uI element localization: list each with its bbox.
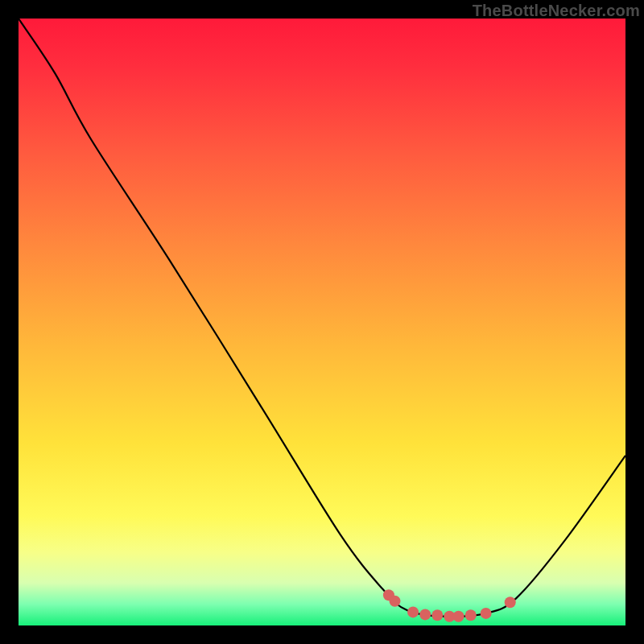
marker-dot <box>419 609 431 620</box>
optimal-range-markers <box>19 19 625 625</box>
marker-dot <box>453 611 464 622</box>
marker-dot <box>390 596 401 607</box>
marker-dot <box>505 597 516 608</box>
marker-dot <box>481 608 492 619</box>
marker-dot <box>465 609 477 621</box>
marker-dot <box>431 609 443 621</box>
watermark-text: TheBottleNecker.com <box>473 2 640 20</box>
marker-dot <box>407 606 419 617</box>
chart-frame <box>19 19 625 625</box>
